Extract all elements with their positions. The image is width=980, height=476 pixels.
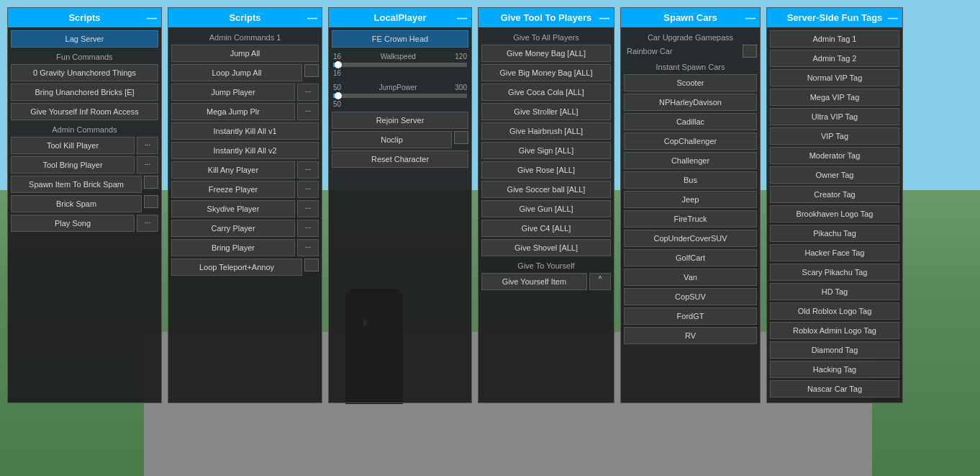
fun-tags-minimize[interactable]: — [888,12,898,24]
scripts-panel-1-minimize[interactable]: — [147,12,157,24]
scooter-button[interactable]: Scooter [624,74,757,91]
kill-player-button[interactable]: Kill Any Player [171,161,295,179]
give-yourself-small[interactable]: ^ [589,273,611,290]
bring-player-button[interactable]: Bring Player [171,239,295,256]
hd-tag-button[interactable]: HD Tag [770,283,899,300]
give-money-bag-button[interactable]: Give Money Bag [ALL] [481,45,611,62]
instantly-kill-v1-button[interactable]: Instantly Kill All v1 [171,122,319,140]
ford-gt-button[interactable]: FordGT [624,307,757,325]
pikachu-tag-button[interactable]: Pikachu Tag [770,225,899,242]
ultra-vip-tag-button[interactable]: Ultra VIP Tag [770,108,899,125]
loop-jump-all-button[interactable]: Loop Jump All [171,64,302,81]
rainbow-car-toggle[interactable] [743,45,757,58]
tool-kill-player-button[interactable]: Tool Kill Player [11,137,135,154]
moderator-tag-button[interactable]: Moderator Tag [770,147,899,164]
give-tool-minimize[interactable]: — [599,12,609,24]
give-soccer-ball-button[interactable]: Give Soccer ball [ALL] [481,181,611,198]
skydive-player-button[interactable]: Skydive Player [171,200,295,217]
play-song-button[interactable]: Play Song [11,215,135,232]
give-shovel-button[interactable]: Give Shovel [ALL] [481,239,611,256]
skydive-small[interactable]: ... [297,200,319,217]
carry-player-button[interactable]: Carry Player [171,220,295,237]
spawn-cars-minimize[interactable]: — [745,12,756,24]
roblox-admin-logo-tag-button[interactable]: Roblox Admin Logo Tag [770,322,899,339]
tool-kill-small[interactable]: ... [137,137,158,154]
owner-tag-button[interactable]: Owner Tag [770,166,899,184]
give-rose-button[interactable]: Give Rose [ALL] [481,161,611,179]
mega-jump-button[interactable]: Mega Jump Plr [171,103,295,120]
give-stroller-button[interactable]: Give Stroller [ALL] [481,103,611,120]
brookhaven-logo-tag-button[interactable]: Brookhaven Logo Tag [770,205,899,223]
brick-spam-toggle[interactable] [144,195,158,208]
spawn-cars-title: Spawn Cars [663,12,717,23]
loop-teleport-button[interactable]: Loop Teleport+Annoy [171,259,302,276]
loop-teleport-toggle[interactable] [304,259,319,271]
jump-player-small[interactable]: ... [297,84,319,101]
jumppower-thumb[interactable] [335,92,342,99]
van-button[interactable]: Van [624,269,757,286]
give-coca-cola-button[interactable]: Give Coca Cola [ALL] [481,84,611,101]
reset-character-button[interactable]: Reset Character [332,151,468,168]
tool-bring-row: Tool Bring Player ... [11,156,158,174]
loop-jump-toggle[interactable] [304,64,319,77]
fe-crown-button[interactable]: FE Crown Head [332,30,468,48]
freeze-player-button[interactable]: Freeze Player [171,181,295,198]
give-yourself-item-button[interactable]: Give Yourself Item [481,273,587,290]
jeep-button[interactable]: Jeep [624,191,757,208]
kill-player-small[interactable]: ... [297,161,319,179]
old-roblox-logo-tag-button[interactable]: Old Roblox Logo Tag [770,302,899,320]
brick-spam-button[interactable]: Brick Spam [11,195,142,212]
mega-vip-tag-button[interactable]: Mega VIP Tag [770,89,899,106]
bring-player-small[interactable]: ... [297,239,319,256]
spawn-item-brick-button[interactable]: Spawn Item To Brick Spam [11,176,142,193]
noclip-toggle[interactable] [454,131,468,144]
give-hairbrush-button[interactable]: Give Hairbrush [ALL] [481,122,611,140]
lag-server-button[interactable]: Lag Server [11,30,158,48]
tool-bring-small[interactable]: ... [137,156,158,174]
give-c4-button[interactable]: Give C4 [ALL] [481,220,611,237]
walkspeed-thumb[interactable] [335,61,342,68]
instantly-kill-v2-button[interactable]: Instantly Kill All v2 [171,142,319,159]
zero-gravity-button[interactable]: 0 Gravity Unanchored Things [11,64,158,81]
np-harley-button[interactable]: NPHarleyDavison [624,94,757,111]
freeze-player-small[interactable]: ... [297,181,319,198]
normal-vip-tag-button[interactable]: Normal VIP Tag [770,69,899,86]
cadillac-button[interactable]: Cadillac [624,113,757,130]
rv-button[interactable]: RV [624,327,757,344]
spawn-brick-toggle[interactable] [144,176,158,189]
play-song-small[interactable]: ... [137,215,158,232]
jump-player-button[interactable]: Jump Player [171,84,295,101]
bus-button[interactable]: Bus [624,171,757,189]
give-room-access-button[interactable]: Give Yourself Inf Room Access [11,103,158,120]
give-sign-button[interactable]: Give Sign [ALL] [481,142,611,159]
hacker-face-tag-button[interactable]: Hacker Face Tag [770,244,899,261]
localplayer-minimize[interactable]: — [457,12,467,24]
jumppower-track[interactable] [333,94,467,98]
golf-cart-button[interactable]: GolfCart [624,249,757,266]
cop-challenger-button[interactable]: CopChallenger [624,133,757,150]
challenger-button[interactable]: Challenger [624,152,757,169]
tool-bring-player-button[interactable]: Tool Bring Player [11,156,135,174]
carry-player-small[interactable]: ... [297,220,319,237]
mega-jump-small[interactable]: ... [297,103,319,120]
vip-tag-button[interactable]: VIP Tag [770,127,899,145]
diamond-tag-button[interactable]: Diamond Tag [770,341,899,359]
give-gun-button[interactable]: Give Gun [ALL] [481,200,611,217]
nascar-car-tag-button[interactable]: Nascar Car Tag [770,380,899,398]
walkspeed-track[interactable] [333,63,467,67]
admin-tag-1-button[interactable]: Admin Tag 1 [770,30,899,48]
cop-undercover-suv-button[interactable]: CopUnderCoverSUV [624,230,757,247]
bring-bricks-button[interactable]: Bring Unanchored Bricks [E] [11,84,158,101]
hacking-tag-button[interactable]: Hacking Tag [770,361,899,378]
jump-all-button[interactable]: Jump All [171,45,319,62]
scripts-panel-2-minimize[interactable]: — [307,12,317,24]
admin-commands-label: Admin Commands [11,122,158,137]
rejoin-server-button[interactable]: Rejoin Server [332,112,468,129]
noclip-button[interactable]: Noclip [332,131,452,148]
cop-suv-button[interactable]: CopSUV [624,288,757,305]
firetruck-button[interactable]: FireTruck [624,210,757,228]
scary-pikachu-tag-button[interactable]: Scary Pikachu Tag [770,264,899,281]
admin-tag-2-button[interactable]: Admin Tag 2 [770,50,899,67]
creator-tag-button[interactable]: Creator Tag [770,186,899,203]
give-big-money-button[interactable]: Give Big Money Bag [ALL] [481,64,611,81]
